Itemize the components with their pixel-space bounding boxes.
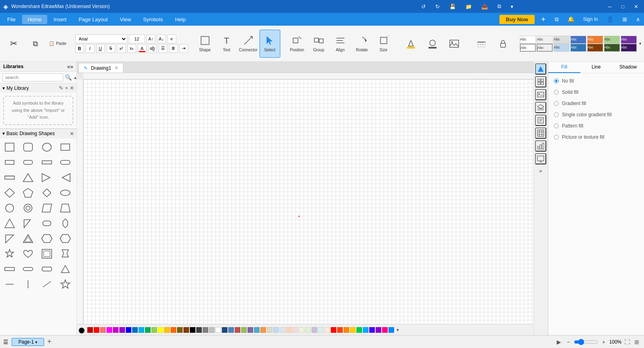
swatch-7[interactable]: Abc	[621, 36, 637, 44]
swatch-2[interactable]: Abc	[537, 36, 553, 44]
select-tool-btn[interactable]: Select	[260, 30, 280, 58]
tab-close-btn[interactable]: ✕	[115, 65, 118, 71]
shape-star6[interactable]	[2, 247, 18, 261]
shape-oval[interactable]	[57, 186, 73, 200]
shape-diamond[interactable]	[2, 186, 18, 200]
color-swatch-yellow[interactable]	[158, 327, 163, 333]
collapse-icon[interactable]: ∧	[634, 15, 642, 23]
line-color-btn[interactable]	[422, 30, 443, 58]
add-page-btn[interactable]: +	[47, 338, 52, 346]
shape-star[interactable]	[57, 277, 73, 291]
my-library-close-btn[interactable]: ✕	[70, 85, 74, 91]
line-tab[interactable]: Line	[580, 62, 612, 73]
shape-trapezoid[interactable]	[57, 201, 73, 215]
shape-tri-small-right[interactable]	[20, 216, 36, 231]
pages-icon[interactable]: ☰	[3, 339, 8, 345]
swatch-6[interactable]: Abc	[604, 36, 620, 44]
swatch-11[interactable]: Abc	[570, 44, 586, 52]
color-swatch-navy[interactable]	[222, 327, 227, 333]
shape-tri-small[interactable]	[57, 262, 73, 276]
shape-flag[interactable]	[57, 247, 73, 261]
color-swatch-pale-tan[interactable]	[324, 327, 330, 333]
insert-image-btn[interactable]	[444, 30, 465, 58]
color-swatch-purple[interactable]	[113, 327, 119, 333]
color-swatch-salmon[interactable]	[235, 327, 240, 333]
shape-tri-back[interactable]	[2, 231, 18, 246]
user-icon[interactable]: 👤	[604, 15, 616, 23]
open-btn[interactable]: 📁	[463, 3, 474, 10]
text-bg-btn[interactable]: ab̲	[148, 44, 157, 53]
shape-line[interactable]	[2, 277, 18, 291]
color-swatch-green2[interactable]	[356, 327, 362, 333]
menu-view[interactable]: View	[114, 15, 137, 24]
color-swatch-pale-blue2[interactable]	[280, 327, 285, 333]
swatch-8[interactable]: Abc	[520, 44, 536, 52]
color-swatch-blue2[interactable]	[132, 327, 138, 333]
color-swatch-blue[interactable]	[126, 327, 131, 333]
shape-triangle-left[interactable]	[57, 170, 73, 185]
search-icon[interactable]: 🔍	[65, 74, 72, 81]
shape-hex[interactable]	[39, 231, 55, 246]
expand-strip-btn[interactable]: »	[539, 168, 542, 174]
shape-line-2[interactable]	[20, 277, 36, 291]
drawing1-tab[interactable]: ✎ Drawing1 ✕	[78, 63, 123, 73]
color-swatch-orange3[interactable]	[344, 327, 349, 333]
color-swatch-light-gray[interactable]	[209, 327, 215, 333]
color-swatch-pale-green2[interactable]	[305, 327, 311, 333]
fullscreen-btn[interactable]: ⊞	[633, 339, 641, 345]
sidebar-collapse-btn[interactable]: «»	[67, 63, 73, 70]
color-swatch-red-orange[interactable]	[337, 327, 343, 333]
align-btn[interactable]: ≡	[167, 34, 176, 43]
bold-btn[interactable]: B	[75, 44, 84, 53]
single-gradient-fill-option[interactable]: Single color gradient fill	[551, 110, 641, 119]
color-swatch-magenta[interactable]	[107, 327, 112, 333]
swatch-10[interactable]: Abc	[553, 44, 570, 52]
shape-diamond-2[interactable]	[39, 186, 55, 200]
indent-btn[interactable]: ⇥	[179, 44, 188, 53]
copy-button[interactable]: ⧉	[25, 30, 46, 58]
color-swatch-lime[interactable]	[151, 327, 157, 333]
group-btn[interactable]: Group	[308, 30, 329, 58]
page-1-dropdown[interactable]: ▾	[35, 340, 37, 344]
shape-tri-small-left[interactable]	[2, 216, 18, 231]
swatch-14[interactable]: Abc	[621, 44, 637, 52]
shape-hex-2[interactable]	[57, 231, 73, 246]
shapes-panel-btn[interactable]	[535, 76, 546, 87]
italic-btn[interactable]: I	[86, 44, 95, 53]
color-swatch-pale-pink[interactable]	[292, 327, 298, 333]
undo-btn[interactable]: ↺	[419, 3, 428, 10]
color-swatch-tan[interactable]	[260, 327, 266, 333]
shape-hex-diamond[interactable]	[57, 216, 73, 231]
color-swatch-pale-green[interactable]	[299, 327, 304, 333]
page-1-tab[interactable]: Page-1 ▾	[12, 338, 44, 346]
presentation-panel-btn[interactable]	[535, 153, 546, 164]
font-family-select[interactable]: Arial	[75, 34, 127, 43]
shape-round-rect[interactable]	[20, 140, 36, 154]
basic-shapes-header[interactable]: ▾ Basic Drawing Shapes ✕	[0, 129, 76, 138]
shape-line-3[interactable]	[39, 277, 55, 291]
color-swatch-azure[interactable]	[388, 327, 394, 333]
shape-flat-rect[interactable]	[39, 155, 55, 170]
color-swatch-green[interactable]	[145, 327, 151, 333]
color-swatch-steel-blue[interactable]	[228, 327, 234, 333]
share-icon[interactable]: ⧉	[552, 15, 561, 24]
scroll-up-btn[interactable]: ▲	[73, 75, 77, 80]
numbering-btn[interactable]: ≣	[169, 44, 178, 53]
zoom-in-btn[interactable]: +	[600, 339, 608, 345]
more-styles-btn[interactable]: ▾	[638, 30, 642, 58]
export-btn[interactable]: 📤	[479, 3, 490, 10]
no-fill-option[interactable]: No fill	[551, 77, 641, 85]
my-library-header[interactable]: ▾ My Library ✎ + ✕	[0, 83, 76, 93]
buy-now-button[interactable]: Buy Now	[499, 15, 535, 24]
table-panel-btn[interactable]	[535, 127, 546, 139]
fill-tab[interactable]: Fill	[548, 62, 580, 73]
color-swatch-indigo[interactable]	[369, 327, 375, 333]
font-color-btn[interactable]: A	[138, 44, 147, 53]
chart-panel-btn[interactable]	[535, 140, 546, 152]
color-swatch-red[interactable]	[94, 327, 99, 333]
font-size-input[interactable]	[129, 34, 145, 43]
color-swatch-red-dark[interactable]	[87, 327, 93, 333]
shape-parallelogram[interactable]	[39, 201, 55, 215]
line-style-btn[interactable]	[471, 30, 492, 58]
image-panel-btn[interactable]	[535, 89, 546, 100]
